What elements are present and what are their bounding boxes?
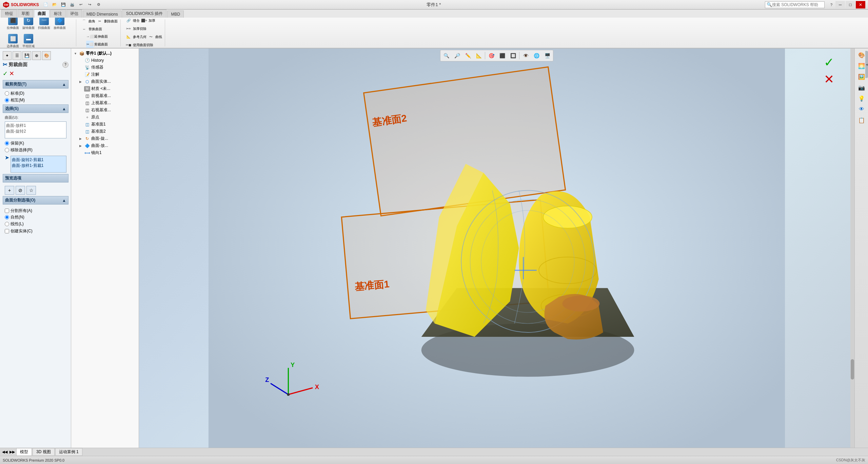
new-btn[interactable]: 📄 — [42, 1, 50, 9]
tree-item-origin[interactable]: ⌖ 原点 — [73, 114, 137, 121]
tree-item-material[interactable]: M 材质 <未... — [73, 85, 137, 92]
tab-markup[interactable]: 标注 — [50, 9, 66, 18]
replace-face-btn[interactable]: ↔ — [80, 25, 88, 33]
flat-surface-btn[interactable]: ▬ 平坦区域 — [21, 33, 36, 49]
standard-radio-item[interactable]: 标准(D) — [5, 91, 66, 96]
check-ok-btn[interactable]: ✓ — [824, 55, 834, 70]
tree-item-surface-loft[interactable]: ▶ 🔷 曲面-放... — [73, 142, 137, 149]
tab-model[interactable]: 模型 — [16, 448, 32, 456]
preview-section[interactable]: 预览选项 — [3, 174, 68, 182]
tab-scroll-right[interactable]: ▶▶ — [9, 449, 16, 455]
trim-type-section[interactable]: 截剪类型(T) ▲ — [3, 80, 68, 89]
zoom-in-btn[interactable]: 🔎 — [452, 51, 462, 60]
redo-btn[interactable]: ↪ — [86, 1, 94, 9]
standard-radio[interactable] — [5, 91, 9, 96]
panel-toolbar-btn5[interactable]: 🎨 — [42, 51, 51, 60]
remove-radio[interactable] — [5, 148, 9, 152]
sweep-surface-btn[interactable]: 〰 扫描曲面 — [37, 18, 52, 33]
viewport[interactable]: 🔍 🔎 ✏️ 📐 🎯 ⬛ 🔲 👁️ 🌐 🖥️ — [139, 49, 854, 448]
screen-btn[interactable]: 🖥️ — [542, 51, 552, 60]
cancel-button[interactable]: ✕ — [9, 70, 14, 77]
create-solid-item[interactable]: 创建实体(C) — [5, 228, 66, 234]
search-box[interactable]: 🔍 — [765, 1, 825, 8]
surface-item-2[interactable]: 曲面-旋转2 — [6, 129, 65, 134]
tab-3d-view[interactable]: 3D 视图 — [33, 448, 55, 456]
scrollbar-thumb[interactable] — [851, 359, 854, 380]
close-btn[interactable]: ✕ — [856, 1, 865, 8]
panel-toolbar-btn2[interactable]: ☰ — [13, 51, 21, 60]
view-cube-btn[interactable]: ⬛ — [497, 51, 507, 60]
right-tb-btn5[interactable]: 💡 — [856, 93, 867, 103]
selection-section[interactable]: 选择(S) ▲ — [3, 104, 68, 113]
tab-evaluate[interactable]: 评估 — [66, 9, 82, 18]
tree-item-history[interactable]: 🕐 History — [73, 57, 137, 64]
restore-btn[interactable]: □ — [846, 1, 855, 8]
thicken-btn[interactable]: ⬛+ — [140, 18, 148, 24]
measure-btn[interactable]: 📐 — [474, 51, 484, 60]
wireframe-btn[interactable]: 🔲 — [508, 51, 518, 60]
preview-btn-3[interactable]: ☆ — [26, 186, 36, 195]
loft-surface-btn[interactable]: 🔷 放样曲面 — [52, 18, 67, 33]
panel-toolbar-btn4[interactable]: ⊕ — [32, 51, 41, 60]
ref-geometry-btn[interactable]: 📐 — [125, 33, 132, 41]
tab-mbd-dimensions[interactable]: MBD Dimensions — [83, 11, 122, 18]
tree-item-datum1[interactable]: ◫ 基准面1 — [73, 121, 137, 128]
tree-item-front-plane[interactable]: ◫ 前视基准... — [73, 92, 137, 99]
linear-radio[interactable] — [5, 222, 9, 226]
tree-item-top-plane[interactable]: ◫ 上视基准... — [73, 99, 137, 107]
surface-cut-btn[interactable]: ✂◼ — [125, 41, 132, 49]
create-solid-check[interactable] — [5, 229, 9, 233]
section-view-btn[interactable]: 🌐 — [532, 51, 541, 60]
preview-btn-2[interactable]: ⊘ — [16, 186, 25, 195]
tree-root[interactable]: ▼ 📦 零件1 (默认...) — [73, 50, 137, 57]
tab-feature[interactable]: 特征 — [1, 9, 17, 18]
print-btn[interactable]: 🖨️ — [68, 1, 76, 9]
right-tb-btn6[interactable]: 👁 — [856, 104, 867, 114]
tree-item-surface-bodies[interactable]: ▶ ⬡ 曲面实体... — [73, 78, 137, 85]
surface-split-section[interactable]: 曲面分割选项(O) ▲ — [3, 196, 68, 205]
tree-item-sensors[interactable]: 📡 传感器 — [73, 64, 137, 71]
remove-radio-item[interactable]: 移除选择(R) — [5, 147, 66, 153]
target-btn[interactable]: 🎯 — [487, 51, 496, 60]
panel-toolbar-btn3[interactable]: 💾 — [22, 51, 31, 60]
natural-radio[interactable] — [5, 215, 9, 219]
right-scrollbar[interactable] — [850, 49, 854, 448]
split-all-item[interactable]: 分割所有(A) — [5, 208, 66, 214]
tree-item-annotations[interactable]: 📝 注解 — [73, 71, 137, 78]
panel-toolbar-btn1[interactable]: ✦ — [3, 51, 12, 60]
tab-motion[interactable]: 运动算例 1 — [55, 448, 82, 456]
keep-radio-item[interactable]: 保留(K) — [5, 140, 66, 146]
delete-face-btn[interactable]: ✂ — [96, 18, 103, 25]
mutual-radio[interactable] — [5, 98, 9, 102]
knit-btn[interactable]: 🔗 — [125, 18, 132, 24]
linear-radio-item[interactable]: 线性(L) — [5, 221, 66, 227]
tab-surface[interactable]: 曲面 — [34, 9, 50, 18]
right-tb-btn4[interactable]: 📷 — [856, 82, 867, 93]
surface-select-list[interactable]: 曲面-放样1 曲面-旋转2 — [5, 121, 66, 138]
surface-item-1[interactable]: 曲面-放样1 — [6, 123, 65, 129]
boundary-surface-btn[interactable]: ⬜ 边界曲面 — [5, 33, 20, 49]
undo-btn[interactable]: ↩ — [77, 1, 85, 9]
zoom-to-fit-btn[interactable]: 🔍 — [441, 51, 451, 60]
tab-mbd[interactable]: MBD — [167, 11, 184, 18]
curve-btn[interactable]: 〜 — [147, 33, 155, 41]
search-input[interactable] — [772, 2, 823, 7]
split-all-check[interactable] — [5, 209, 9, 213]
tab-sw-addins[interactable]: SOLIDWORKS 插件 — [122, 9, 167, 18]
tab-sketch[interactable]: 草图 — [18, 9, 33, 18]
tree-item-mirror[interactable]: ⟺ 镜向1 — [73, 149, 137, 156]
fillet-btn[interactable]: ⌒ — [80, 18, 88, 25]
open-btn[interactable]: 📂 — [51, 1, 59, 9]
natural-radio-item[interactable]: 自然(N) — [5, 214, 66, 220]
tree-item-surface-revolve[interactable]: ▶ ↻ 曲面-旋... — [73, 135, 137, 142]
tree-item-right-plane[interactable]: ◫ 右视基准... — [73, 107, 137, 114]
check-cancel-btn[interactable]: ✕ — [824, 72, 834, 86]
preview-btn-1[interactable]: + — [5, 186, 14, 195]
minimize-btn[interactable]: ─ — [835, 1, 845, 8]
trim-surface-btn[interactable]: ✂⬜ — [86, 41, 94, 48]
rebuild-btn[interactable]: ⚙ — [95, 1, 103, 9]
tab-scroll-left[interactable]: ◀◀ — [1, 449, 8, 455]
extrude-surface-btn[interactable]: ⬛ 拉伸曲面 — [5, 18, 20, 33]
ok-button[interactable]: ✓ — [3, 70, 8, 77]
revolve-surface-btn[interactable]: ↻ 旋转曲面 — [21, 18, 36, 33]
